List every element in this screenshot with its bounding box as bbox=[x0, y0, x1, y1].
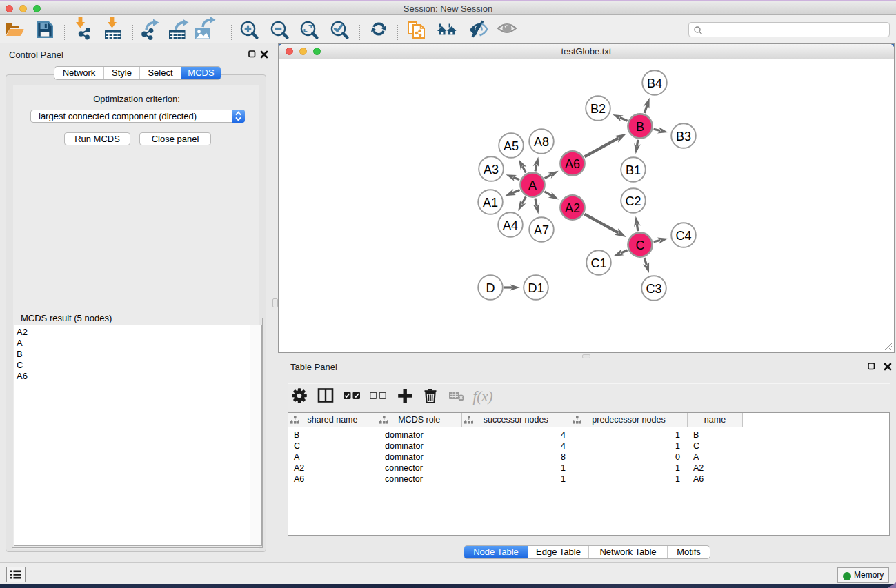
svg-text:A2: A2 bbox=[565, 201, 580, 215]
svg-text:B3: B3 bbox=[676, 130, 691, 143]
svg-text:B2: B2 bbox=[590, 102, 606, 116]
svg-text:A1: A1 bbox=[483, 196, 498, 210]
svg-text:B: B bbox=[636, 120, 644, 134]
svg-text:C4: C4 bbox=[675, 229, 691, 243]
svg-text:B1: B1 bbox=[626, 163, 641, 177]
svg-text:D: D bbox=[486, 281, 495, 295]
svg-text:A6: A6 bbox=[565, 157, 580, 171]
svg-text:C3: C3 bbox=[646, 282, 661, 296]
svg-text:C2: C2 bbox=[625, 194, 641, 208]
svg-text:C: C bbox=[636, 239, 645, 252]
svg-text:A3: A3 bbox=[484, 163, 499, 176]
svg-text:A7: A7 bbox=[534, 223, 549, 237]
svg-text:D1: D1 bbox=[528, 281, 544, 295]
svg-text:B4: B4 bbox=[647, 77, 662, 90]
svg-text:A5: A5 bbox=[504, 139, 519, 153]
svg-text:A8: A8 bbox=[534, 135, 549, 149]
svg-text:A4: A4 bbox=[503, 219, 518, 232]
svg-text:A: A bbox=[528, 179, 537, 192]
svg-text:C1: C1 bbox=[590, 256, 606, 270]
